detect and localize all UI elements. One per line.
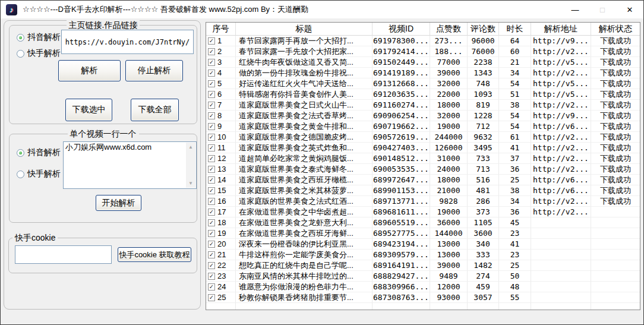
- cookie-input[interactable]: [15, 245, 112, 264]
- row-checkbox[interactable]: ✓: [208, 262, 215, 269]
- likes-cell: 188...: [430, 46, 468, 57]
- check-icon: ✓: [209, 102, 214, 108]
- table-row[interactable]: ✓ 15 道家庭版世界美食之米其林菠萝... 689901153... 2100…: [206, 185, 640, 196]
- row-index-cell: ✓ 25: [206, 292, 236, 303]
- table-row[interactable]: ✓ 25 秒教你解锁果香烤猪肋排重要节... 687308763... 9300…: [206, 292, 640, 303]
- table-row[interactable]: ✓ 13 道家庭版世界美食之泰式海鲜冬... 690053535... 2400…: [206, 164, 640, 175]
- table-row[interactable]: ✓ 14 道家庭版世界美食之西班牙橄榄... 689972647... 1800…: [206, 175, 640, 185]
- row-checkbox[interactable]: ✓: [208, 219, 215, 226]
- radio-douyin-parse[interactable]: 抖音解析: [17, 32, 61, 43]
- duration-cell: 23: [499, 250, 531, 260]
- row-checkbox[interactable]: ✓: [208, 283, 215, 291]
- row-checkbox[interactable]: ✓: [208, 166, 215, 173]
- table-row[interactable]: ✓ 9 道家庭版世界美食之黄金牛排和... 690719662... 19000…: [206, 121, 640, 132]
- row-checkbox[interactable]: ✓: [208, 241, 215, 248]
- col-header-likes[interactable]: 点赞数: [430, 23, 468, 36]
- likes-cell: 9828: [430, 196, 468, 207]
- row-checkbox[interactable]: ✓: [208, 198, 215, 205]
- comments-cell: 3495: [468, 143, 499, 153]
- col-header-url[interactable]: 解析地址: [531, 23, 591, 36]
- table-row[interactable]: ✓ 7 道家庭版世界美食之日式火山牛... 691160274... 18000…: [206, 100, 640, 111]
- table-row[interactable]: ✓ 4 做的第一份牛排玫瑰金粉牛排祝... 691419189... 39000…: [206, 68, 640, 78]
- row-index-cell: ✓ 9: [206, 121, 236, 132]
- radio-kuaishou-parse[interactable]: 快手解析: [17, 48, 61, 59]
- col-header-duration[interactable]: 时长: [499, 23, 531, 36]
- table-row[interactable]: ✓ 8 道家庭版世界美食之法式香草烤... 690906254... 32000…: [206, 111, 640, 121]
- video-id-cell: 690148512...: [372, 153, 430, 164]
- radio-douyin-batch[interactable]: 抖音解析: [17, 147, 61, 158]
- table-row[interactable]: ✓ 12 道超简单必吃家常之黄焖鸡腿饭... 690148512... 3100…: [206, 153, 640, 164]
- download-all-button[interactable]: 下载全部: [131, 99, 179, 121]
- table-row[interactable]: ✓ 16 道家庭版的世界美食之法式红酒... 689713771... 9828…: [206, 196, 640, 207]
- table-row[interactable]: ✓ 20 深夜来一份橙香味的伊比利亚黑... 689423194... 1300…: [206, 239, 640, 250]
- table-row[interactable]: ✓ 23 东南亚风情的米其林牛排吃过的... 688829427... 9489…: [206, 271, 640, 282]
- row-index-cell: ✓ 23: [206, 271, 236, 282]
- row-number: 1: [217, 36, 222, 46]
- download-selected-button[interactable]: 下载选中: [65, 99, 112, 121]
- parse-url-cell: http://v2...: [531, 100, 591, 111]
- table-row[interactable]: ✓ 19 在家做道世界美食之西班牙海鲜... 689527775... 1440…: [206, 228, 640, 239]
- table-row[interactable]: ✓ 5 好运传递红红火火牛气冲天送给... 691312668... 32000…: [206, 78, 640, 89]
- row-checkbox[interactable]: ✓: [208, 144, 215, 152]
- row-checkbox[interactable]: ✓: [208, 48, 215, 55]
- row-checkbox[interactable]: ✓: [208, 112, 215, 119]
- row-checkbox[interactable]: ✓: [208, 80, 215, 87]
- row-number: 21: [217, 250, 226, 260]
- row-checkbox[interactable]: ✓: [208, 70, 215, 77]
- stop-parse-button[interactable]: 停止解析: [125, 60, 183, 81]
- col-header-index[interactable]: 序号: [206, 23, 236, 36]
- row-checkbox[interactable]: ✓: [208, 134, 215, 141]
- col-header-comments[interactable]: 评论数: [468, 23, 499, 36]
- col-header-title[interactable]: 标题: [236, 23, 372, 36]
- row-checkbox[interactable]: ✓: [208, 209, 215, 216]
- cookie-tutorial-button[interactable]: 快手cookie 获取教程: [118, 247, 191, 262]
- table-row[interactable]: ✓ 17 在家做道世界美食之中华卤煮超... 689681611... 1900…: [206, 207, 640, 217]
- parse-status-cell: 下载成功: [591, 164, 640, 175]
- table-row[interactable]: ✓ 21 牛排这样煎你一定能学废美食分... 689309579... 1300…: [206, 250, 640, 260]
- radio-kuaishou-batch[interactable]: 快手解析: [17, 169, 61, 179]
- table-row[interactable]: ✓ 1 春节回家露两手再放一个大招打... 691978300... 273..…: [206, 36, 640, 46]
- row-checkbox[interactable]: ✓: [208, 91, 215, 98]
- row-checkbox[interactable]: ✓: [208, 59, 215, 66]
- scroll-down-icon[interactable]: ▼: [186, 179, 195, 188]
- video-id-cell: 691792414...: [372, 46, 430, 57]
- col-header-video-id[interactable]: 视频ID: [372, 23, 430, 36]
- table-row[interactable]: ✓ 22 想吃真正的红烧牛肉是自己学呢... 689164191... 3900…: [206, 260, 640, 271]
- table-row[interactable]: ✓ 3 红烧牛肉年夜饭做这道又香又简... 691502449... 77000…: [206, 57, 640, 68]
- duration-cell: 45: [499, 217, 531, 228]
- table-rows: ✓ 1 春节回家露两手再放一个大招打... 691978300... 273..…: [206, 36, 640, 303]
- table-row[interactable]: ✓ 2 春节回家露一手先放个大招把家... 691792414... 188..…: [206, 46, 640, 57]
- row-checkbox[interactable]: ✓: [208, 251, 215, 258]
- col-header-status[interactable]: 解析状态: [591, 23, 640, 36]
- video-id-cell: 691160274...: [372, 100, 430, 111]
- batch-links-textarea[interactable]: 小刀娱乐网www.x6d.com ▲ ▼: [63, 141, 197, 189]
- likes-cell: 39000: [430, 68, 468, 78]
- row-index-cell: ✓ 1: [206, 36, 236, 46]
- parse-button[interactable]: 解析: [58, 60, 121, 81]
- title-bar[interactable]: ♪ ☆☆☆☆---D音K手去水印解析---☆☆☆☆ 吾爱破解首发 www.52p…: [1, 1, 643, 18]
- textarea-scrollbar[interactable]: ▲ ▼: [186, 143, 195, 188]
- row-checkbox[interactable]: ✓: [208, 294, 215, 301]
- table-row[interactable]: ✓ 24 谁愿意为你做浪漫的粉色菲力牛... 688309966... 1200…: [206, 282, 640, 292]
- table-row[interactable]: ✓ 18 在家做道世界美食之龙虾意大利... 689605519... 3600…: [206, 217, 640, 228]
- row-checkbox[interactable]: ✓: [208, 123, 215, 130]
- table-row[interactable]: ✓ 11 道家庭版世界美食之英式炸鱼和... 690427403... 1260…: [206, 143, 640, 153]
- video-id-cell: 689901153...: [372, 185, 430, 196]
- row-checkbox[interactable]: ✓: [208, 273, 215, 280]
- minimize-button[interactable]: —: [561, 1, 589, 18]
- maximize-button: □: [589, 1, 616, 18]
- start-parse-button[interactable]: 开始解析: [96, 195, 141, 211]
- url-input[interactable]: https://v.douyin.com/J7ntrNy/: [61, 30, 194, 54]
- row-checkbox[interactable]: ✓: [208, 102, 215, 109]
- duration-cell: 60: [499, 46, 531, 57]
- close-button[interactable]: ✕: [616, 1, 643, 18]
- check-icon: ✓: [209, 48, 214, 55]
- row-checkbox[interactable]: ✓: [208, 37, 215, 45]
- table-row[interactable]: ✓ 10 道家庭版世界美食之德国脆皮烤... 690572619... 2440…: [206, 132, 640, 143]
- table-row[interactable]: ✓ 6 特辑感谢有你抖音美食创作人美... 691203635... 22000…: [206, 89, 640, 100]
- row-checkbox[interactable]: ✓: [208, 187, 215, 194]
- row-checkbox[interactable]: ✓: [208, 230, 215, 237]
- scroll-up-icon[interactable]: ▲: [186, 143, 195, 152]
- row-checkbox[interactable]: ✓: [208, 176, 215, 184]
- row-checkbox[interactable]: ✓: [208, 155, 215, 162]
